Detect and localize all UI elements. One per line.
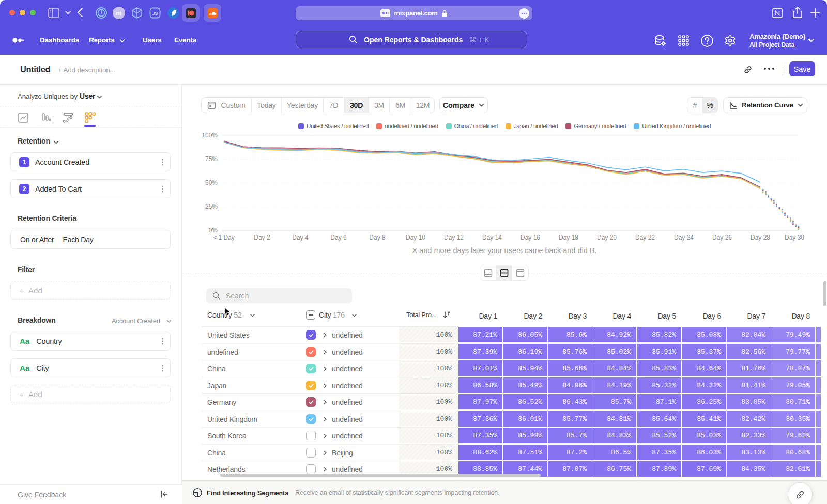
svg-text:Day 10: Day 10 <box>406 234 425 241</box>
svg-text:JS: JS <box>152 11 158 16</box>
svg-text:Day 8: Day 8 <box>369 234 386 241</box>
svg-text:Day 28: Day 28 <box>751 234 770 241</box>
svg-text:Day 30: Day 30 <box>785 234 804 241</box>
svg-text:Day 6: Day 6 <box>330 234 347 241</box>
svg-text:Day 12: Day 12 <box>444 234 464 241</box>
svg-text:Day 26: Day 26 <box>712 234 732 241</box>
svg-text:0%: 0% <box>209 227 218 234</box>
svg-text:50%: 50% <box>205 179 218 186</box>
svg-text:Day 22: Day 22 <box>635 234 655 241</box>
svg-text:Day 18: Day 18 <box>559 234 578 241</box>
svg-text:Day 2: Day 2 <box>254 234 270 241</box>
svg-text:25%: 25% <box>205 203 218 210</box>
svg-text:Day 16: Day 16 <box>520 234 540 241</box>
svg-text:< 1 Day: < 1 Day <box>213 234 235 241</box>
svg-text:Day 4: Day 4 <box>292 234 309 241</box>
svg-text:75%: 75% <box>205 155 218 163</box>
svg-text:Day 14: Day 14 <box>482 234 502 241</box>
svg-text:Day 24: Day 24 <box>674 234 694 241</box>
svg-text:100%: 100% <box>202 132 218 139</box>
svg-text:Day 20: Day 20 <box>597 234 617 241</box>
